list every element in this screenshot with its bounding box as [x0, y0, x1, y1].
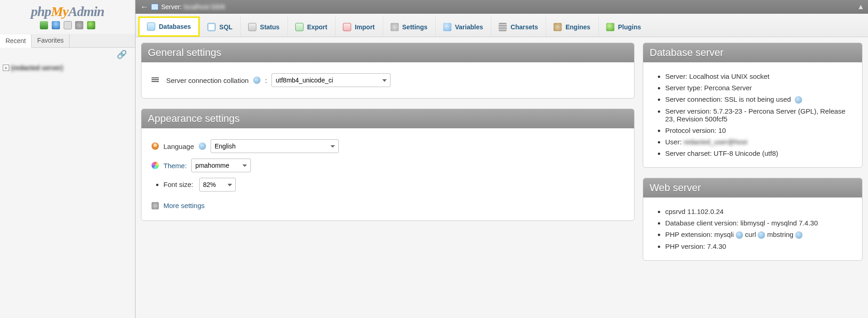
db-info-item: Server version: 5.7.23-23 - Percona Serv… [665, 105, 852, 125]
language-label: Language [163, 143, 194, 150]
appearance-settings-panel: Appearance settings Language English The… [141, 109, 635, 221]
help-icon[interactable] [795, 96, 802, 104]
tab-charsets[interactable]: Charsets [491, 16, 546, 37]
appearance-settings-heading: Appearance settings [141, 109, 634, 128]
sidebar-tab-favorites[interactable]: Favorites [32, 34, 70, 47]
link-icon[interactable]: 🔗 [0, 48, 135, 61]
tab-label: Status [260, 23, 280, 31]
fontsize-row: Font size: 82% [163, 175, 624, 194]
more-settings-link[interactable]: More settings [163, 202, 205, 209]
tab-label: Import [355, 23, 375, 31]
sql-icon [207, 23, 216, 31]
reload-icon[interactable] [87, 21, 95, 29]
database-server-panel: Database server Server: Localhost via UN… [643, 43, 863, 168]
server-name: localhost:3306 [184, 3, 225, 11]
databases-icon [147, 22, 155, 31]
tab-variables[interactable]: Variables [435, 16, 491, 37]
expand-icon[interactable]: + [3, 65, 9, 71]
collation-select[interactable]: utf8mb4_unicode_ci [271, 73, 391, 87]
theme-icon [152, 162, 159, 169]
database-server-heading: Database server [643, 43, 862, 62]
general-settings-heading: General settings [141, 43, 634, 62]
list-icon [152, 77, 159, 83]
tab-label: Engines [565, 23, 590, 31]
collapse-icon[interactable]: ▲ [857, 3, 864, 11]
plugins-icon [606, 23, 614, 31]
sidebar-tabs: Recent Favorites [0, 34, 135, 48]
db-info-item: Protocol version: 10 [665, 125, 852, 136]
help-icon[interactable] [736, 231, 743, 239]
tab-label: Settings [402, 23, 428, 31]
tab-label: Export [307, 23, 327, 31]
home-icon[interactable] [40, 21, 48, 29]
tab-label: Charsets [510, 23, 538, 31]
breadcrumb-bar: ← Server: localhost:3306 ▲ [136, 0, 868, 14]
web-info-item: PHP extension: mysqli curl mbstring [665, 229, 852, 241]
logo-part-php: php [31, 4, 51, 19]
wrench-icon [152, 202, 159, 209]
tab-status[interactable]: Status [240, 16, 288, 37]
content-area: General settings Server connection colla… [136, 37, 868, 266]
docs-icon[interactable] [52, 21, 60, 29]
web-info-item: PHP version: 7.4.30 [665, 241, 852, 252]
import-icon [343, 23, 351, 31]
settings-icon [391, 23, 399, 31]
sidebar-tab-recent[interactable]: Recent [0, 34, 32, 48]
db-info-item: Server type: Percona Server [665, 82, 852, 93]
tab-plugins[interactable]: Plugins [598, 16, 649, 37]
language-select[interactable]: English [211, 139, 339, 153]
fontsize-select[interactable]: 82% [199, 178, 236, 192]
tree-root-label: (redacted server) [11, 64, 63, 71]
export-icon [295, 23, 304, 31]
back-icon[interactable]: ← [139, 2, 149, 12]
left-column: General settings Server connection colla… [141, 43, 635, 221]
db-info-item: User: redacted_user@host [665, 136, 852, 148]
theme-select[interactable]: pmahomme [191, 159, 251, 172]
tab-label: Variables [455, 23, 483, 31]
server-icon [151, 4, 158, 10]
tab-engines[interactable]: Engines [546, 16, 598, 37]
charsets-icon [499, 23, 507, 31]
language-icon [152, 143, 159, 150]
more-settings-row: More settings [152, 199, 624, 212]
tab-export[interactable]: Export [288, 16, 335, 37]
web-info-item: cpsrvd 11.102.0.24 [665, 206, 852, 217]
general-settings-panel: General settings Server connection colla… [141, 43, 635, 99]
web-server-heading: Web server [643, 178, 862, 197]
sidebar-quick-icons [0, 20, 135, 32]
tab-databases[interactable]: Databases [138, 16, 200, 37]
tab-label: Plugins [618, 23, 641, 31]
tab-label: Databases [159, 23, 191, 30]
db-info-item: Server charset: UTF-8 Unicode (utf8) [665, 148, 852, 159]
tab-settings[interactable]: Settings [383, 16, 435, 37]
nav-settings-icon[interactable] [75, 21, 83, 29]
db-user-value: redacted_user@host [684, 138, 747, 146]
language-row: Language English [152, 137, 624, 156]
theme-row: Theme: pmahomme [152, 156, 624, 175]
right-column: Database server Server: Localhost via UN… [643, 43, 863, 261]
help-icon[interactable] [795, 231, 803, 239]
main-area: ← Server: localhost:3306 ▲ Databases SQL… [136, 0, 868, 318]
logo-part-admin: Admin [68, 4, 104, 19]
tab-sql[interactable]: SQL [200, 16, 240, 37]
engines-icon [553, 23, 562, 31]
help-icon[interactable] [253, 77, 260, 84]
web-info-item: Database client version: libmysql - mysq… [665, 217, 852, 229]
db-info-item: Server: Localhost via UNIX socket [665, 71, 852, 82]
fontsize-label: Font size: [163, 181, 193, 188]
app-logo: phpMyAdmin [0, 0, 135, 20]
collation-label: Server connection collation [166, 77, 249, 84]
collation-row: Server connection collation : utf8mb4_un… [152, 71, 624, 90]
help-icon[interactable] [758, 231, 765, 239]
status-icon [248, 23, 256, 31]
logo-part-my: My [51, 4, 68, 19]
query-window-icon[interactable] [64, 21, 72, 29]
db-info-item: Server connection: SSL is not being used [665, 93, 852, 105]
navigation-sidebar: phpMyAdmin Recent Favorites 🔗 + (redacte… [0, 0, 136, 318]
tab-import[interactable]: Import [335, 16, 383, 37]
help-icon[interactable] [199, 143, 206, 150]
server-prefix: Server: [161, 3, 182, 11]
theme-label[interactable]: Theme: [163, 162, 187, 170]
main-tabs: Databases SQL Status Export Import Setti… [136, 14, 868, 37]
tree-root-row[interactable]: + (redacted server) [3, 63, 132, 72]
